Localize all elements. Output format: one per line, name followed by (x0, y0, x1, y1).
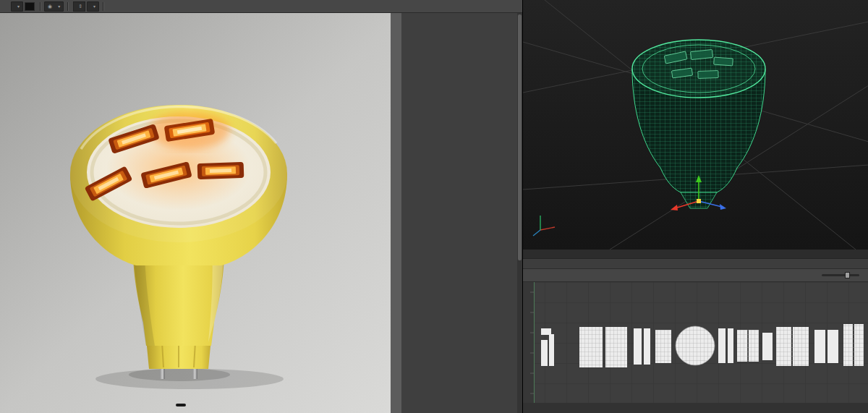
uv-dim-image-slider[interactable] (822, 274, 859, 276)
frame-info-bar (176, 404, 186, 406)
render-image-area[interactable] (0, 13, 401, 413)
uv-editor-menubar (523, 259, 868, 269)
uv-shell-layout (523, 282, 868, 403)
camera-icon: ◉ (48, 4, 52, 9)
camera-select[interactable]: ◉ ▾ (44, 1, 64, 12)
toolbar-divider (67, 2, 68, 11)
uv-editor-title (523, 250, 868, 259)
postfx-options (401, 17, 522, 20)
zoom-field[interactable]: ⇕ (73, 1, 85, 12)
toolbar-divider (40, 2, 41, 11)
render-image (0, 13, 401, 413)
viewport-scene (523, 0, 868, 250)
maya-workspace: ▾ ◉ ▾ ⇕ ▾ (0, 0, 868, 413)
render-pass-select[interactable]: ▾ (11, 1, 23, 12)
uv-shells[interactable] (541, 324, 864, 367)
chevron-down-icon: ▾ (17, 4, 20, 9)
uv-editor-toolbar (523, 269, 868, 282)
chevron-down-icon: ▾ (58, 4, 60, 9)
postfx-panel (401, 13, 522, 413)
slider-handle[interactable] (845, 272, 850, 278)
uv-editor-panel (523, 250, 868, 413)
chevron-down-icon: ▾ (93, 4, 95, 9)
render-view-window: ▾ ◉ ▾ ⇕ ▾ (0, 0, 522, 413)
uv-canvas[interactable] (523, 282, 868, 403)
postfx-scrollbar[interactable] (517, 13, 522, 413)
scrollbar-thumb[interactable] (518, 14, 522, 260)
uv-status-bar (523, 403, 868, 413)
toolbar-divider (103, 2, 103, 11)
spinner-arrows-icon[interactable]: ⇕ (78, 4, 82, 9)
perspective-viewport[interactable] (523, 0, 868, 250)
view-size-select[interactable]: ▾ (87, 1, 99, 12)
render-view-toolbar: ▾ ◉ ▾ ⇕ ▾ (0, 0, 522, 13)
background-color-swatch[interactable] (25, 2, 35, 11)
